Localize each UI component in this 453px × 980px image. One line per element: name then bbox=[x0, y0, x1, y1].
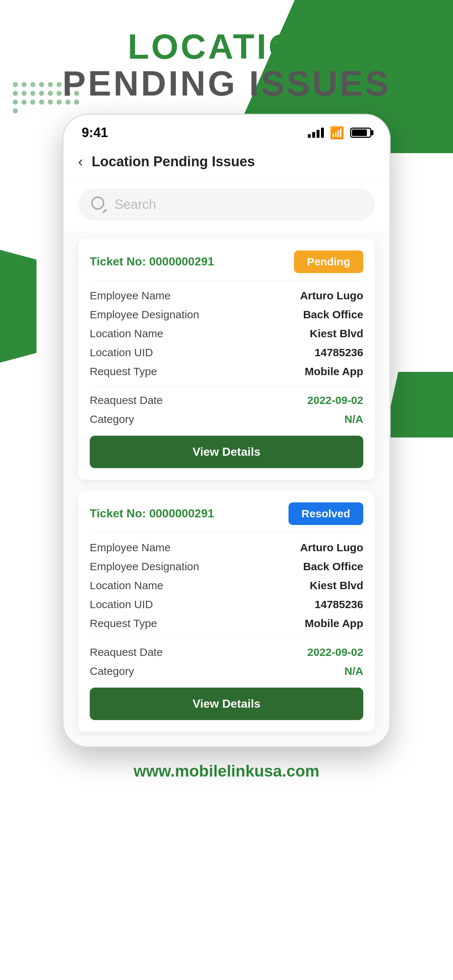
bg-shape-left bbox=[0, 248, 37, 364]
status-bar: 9:41 📶 bbox=[64, 115, 389, 146]
ticket-header-0: Ticket No: 0000000291 Pending bbox=[90, 250, 363, 281]
label-category-1: Category bbox=[90, 665, 134, 678]
view-details-button-1[interactable]: View Details bbox=[90, 687, 363, 720]
back-button[interactable]: ‹ bbox=[78, 153, 83, 170]
ticket-card-0: Ticket No: 0000000291 Pending Employee N… bbox=[78, 239, 375, 480]
label-request-type-0: Request Type bbox=[90, 365, 157, 378]
value-request-type-0: Mobile App bbox=[305, 365, 363, 378]
ticket-details-0: Employee Name Arturo Lugo Employee Desig… bbox=[90, 290, 363, 378]
status-icons: 📶 bbox=[308, 126, 371, 140]
date-row-category-0: Category N/A bbox=[90, 413, 363, 425]
ticket-number-1: Ticket No: 0000000291 bbox=[90, 507, 214, 520]
value-employee-designation-1: Back Office bbox=[303, 560, 363, 573]
value-reaquest-date-0: 2022-09-02 bbox=[308, 394, 363, 407]
status-badge-0: Pending bbox=[294, 250, 363, 273]
battery-icon bbox=[350, 127, 371, 138]
title-line1: LOCATION bbox=[0, 29, 453, 64]
label-request-type-1: Request Type bbox=[90, 617, 157, 630]
value-category-0: N/A bbox=[344, 413, 363, 425]
detail-row-employee-name-1: Employee Name Arturo Lugo bbox=[90, 541, 363, 554]
value-employee-name-1: Arturo Lugo bbox=[300, 541, 363, 554]
label-location-uid-0: Location UID bbox=[90, 346, 153, 359]
detail-row-employee-designation-1: Employee Designation Back Office bbox=[90, 560, 363, 573]
label-location-uid-1: Location UID bbox=[90, 598, 153, 611]
date-row-reaquest-0: Reaquest Date 2022-09-02 bbox=[90, 394, 363, 407]
search-icon bbox=[91, 197, 107, 213]
date-row-category-1: Category N/A bbox=[90, 665, 363, 678]
ticket-dates-1: Reaquest Date 2022-09-02 Category N/A bbox=[90, 638, 363, 678]
search-bar[interactable]: Search bbox=[78, 188, 375, 221]
value-category-1: N/A bbox=[344, 665, 363, 678]
value-location-name-0: Kiest Blvd bbox=[309, 328, 363, 340]
label-employee-designation-1: Employee Designation bbox=[90, 560, 199, 573]
ticket-number-0: Ticket No: 0000000291 bbox=[90, 255, 214, 268]
app-header: ‹ Location Pending Issues bbox=[64, 146, 389, 178]
value-location-uid-1: 14785236 bbox=[315, 598, 363, 611]
label-employee-designation-0: Employee Designation bbox=[90, 309, 199, 321]
label-category-0: Category bbox=[90, 413, 134, 425]
label-location-name-0: Location Name bbox=[90, 328, 163, 340]
date-row-reaquest-1: Reaquest Date 2022-09-02 bbox=[90, 646, 363, 659]
detail-row-location-uid-1: Location UID 14785236 bbox=[90, 598, 363, 611]
label-reaquest-date-0: Reaquest Date bbox=[90, 394, 163, 407]
label-reaquest-date-1: Reaquest Date bbox=[90, 646, 163, 659]
value-request-type-1: Mobile App bbox=[305, 617, 363, 630]
phone-mockup: 9:41 📶 ‹ Location Pending Issues Search bbox=[62, 114, 391, 748]
status-time: 9:41 bbox=[82, 125, 108, 140]
search-container: Search bbox=[64, 178, 389, 232]
value-location-uid-0: 14785236 bbox=[315, 346, 363, 359]
detail-row-location-name-1: Location Name Kiest Blvd bbox=[90, 579, 363, 592]
label-employee-name-1: Employee Name bbox=[90, 541, 171, 554]
bg-shape-right-lower bbox=[384, 372, 453, 438]
value-location-name-1: Kiest Blvd bbox=[309, 579, 363, 592]
wifi-icon: 📶 bbox=[330, 126, 344, 140]
detail-row-employee-designation-0: Employee Designation Back Office bbox=[90, 309, 363, 321]
search-input[interactable]: Search bbox=[115, 197, 156, 212]
detail-row-location-uid-0: Location UID 14785236 bbox=[90, 346, 363, 359]
value-employee-designation-0: Back Office bbox=[303, 309, 363, 321]
ticket-card-1: Ticket No: 0000000291 Resolved Employee … bbox=[78, 491, 375, 732]
view-details-button-0[interactable]: View Details bbox=[90, 436, 363, 468]
footer: www.mobilelinkusa.com bbox=[0, 748, 453, 799]
label-location-name-1: Location Name bbox=[90, 579, 163, 592]
ticket-header-1: Ticket No: 0000000291 Resolved bbox=[90, 503, 363, 533]
footer-url: www.mobilelinkusa.com bbox=[134, 762, 319, 780]
title-line2: PENDING ISSUES bbox=[0, 64, 453, 103]
app-header-title: Location Pending Issues bbox=[91, 154, 255, 170]
ticket-dates-0: Reaquest Date 2022-09-02 Category N/A bbox=[90, 387, 363, 425]
status-badge-1: Resolved bbox=[289, 503, 363, 525]
detail-row-location-name-0: Location Name Kiest Blvd bbox=[90, 328, 363, 340]
detail-row-request-type-1: Request Type Mobile App bbox=[90, 617, 363, 630]
ticket-details-1: Employee Name Arturo Lugo Employee Desig… bbox=[90, 541, 363, 630]
signal-icon bbox=[308, 127, 324, 138]
detail-row-request-type-0: Request Type Mobile App bbox=[90, 365, 363, 378]
detail-row-employee-name-0: Employee Name Arturo Lugo bbox=[90, 290, 363, 302]
value-reaquest-date-1: 2022-09-02 bbox=[308, 646, 363, 659]
label-employee-name-0: Employee Name bbox=[90, 290, 171, 302]
cards-area: Ticket No: 0000000291 Pending Employee N… bbox=[64, 232, 389, 746]
value-employee-name-0: Arturo Lugo bbox=[300, 290, 363, 302]
page-title-area: LOCATION PENDING ISSUES bbox=[0, 0, 453, 114]
